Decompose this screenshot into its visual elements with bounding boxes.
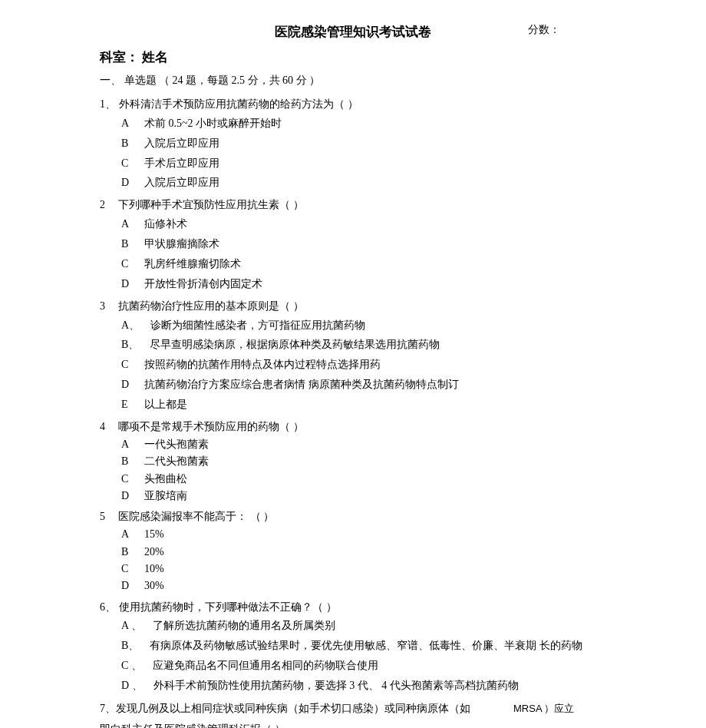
q1-opt-a-label: A xyxy=(121,114,134,134)
q5-opt-a-label: A xyxy=(121,526,134,543)
q3-opt-c: 按照药物的抗菌作用特点及体内过程特点选择用药 xyxy=(144,355,381,375)
q5-number: 5 xyxy=(100,508,115,526)
q3-opt-c-label: C xyxy=(121,355,134,375)
q4-opt-a-label: A xyxy=(121,436,134,453)
score-label: 分数： xyxy=(528,23,560,37)
q1-opt-c-label: C xyxy=(121,154,134,174)
q2-opt-b: 甲状腺瘤摘除术 xyxy=(144,234,219,254)
section-1-header: 一、 单选题 （ 24 题，每题 2.5 分，共 60 分 ） xyxy=(100,74,706,88)
q1-opt-c: 手术后立即应用 xyxy=(144,154,219,174)
q1-opt-d: 入院后立即应用 xyxy=(144,173,219,193)
q6-opt-d: 外科手术前预防性使用抗菌药物，要选择 3 代、 4 代头孢菌素等高档抗菌药物 xyxy=(153,676,519,696)
q7-number: 7、 xyxy=(100,703,116,714)
q3-opt-b: 尽早查明感染病原，根据病原体种类及药敏结果选用抗菌药物 xyxy=(150,335,440,355)
q5-opt-b-label: B xyxy=(121,544,134,561)
q1-opt-b-label: B xyxy=(121,134,134,154)
q2-number: 2 xyxy=(100,196,115,214)
question-7: 7、发现几例及以上相同症状或同种疾病（如手术切口感染）或同种病原体（如 MRSA… xyxy=(100,699,660,728)
question-2: 2 下列哪种手术宜预防性应用抗生素（ ） A疝修补术 B甲状腺瘤摘除术 C乳房纤… xyxy=(100,196,660,293)
q7-mrsa: MRSA ）应立 xyxy=(513,703,574,714)
q6-opt-c: 应避免商品名不同但通用名相同的药物联合使用 xyxy=(153,656,378,676)
q6-opt-c-label: C 、 xyxy=(121,656,142,676)
question-4: 4 哪项不是常规手术预防应用的药物（ ） A一代头孢菌素 B二代头孢菌素 C头孢… xyxy=(100,418,660,505)
q7-stem-line1a: 发现几例及以上相同症状或同种疾病（如手术切口感染）或同种病原体（如 xyxy=(116,703,470,714)
q5-opt-d: 30% xyxy=(144,577,164,594)
q3-number: 3 xyxy=(100,297,115,316)
page-title: 医院感染管理知识考试试卷 xyxy=(275,23,431,41)
question-5: 5 医院感染漏报率不能高于： （ ） A15% B20% C10% D30% xyxy=(100,508,660,594)
q6-opt-a: 了解所选抗菌药物的通用名及所属类别 xyxy=(153,616,335,636)
q3-opt-b-label: B、 xyxy=(121,335,139,355)
q3-stem: 抗菌药物治疗性应用的基本原则是（ ） xyxy=(118,297,304,316)
q6-stem: 使用抗菌药物时，下列哪种做法不正确？（ ） xyxy=(119,598,337,617)
q1-number: 1、 xyxy=(100,95,116,114)
q3-opt-d-label: D xyxy=(121,375,134,395)
q5-opt-c: 10% xyxy=(144,561,164,577)
q5-opt-a: 15% xyxy=(144,526,164,543)
q4-opt-d: 亚胺培南 xyxy=(144,488,187,505)
q5-opt-d-label: D xyxy=(121,577,134,594)
department-name-row: 科室： 姓名 xyxy=(100,48,706,66)
q3-opt-a-label: A、 xyxy=(121,316,140,336)
q1-opt-a: 术前 0.5~2 小时或麻醉开始时 xyxy=(144,114,282,134)
q2-opt-d-label: D xyxy=(121,274,134,294)
q4-opt-a: 一代头孢菌素 xyxy=(144,436,209,453)
q5-stem: 医院感染漏报率不能高于： （ ） xyxy=(118,508,274,526)
q3-opt-e-label: E xyxy=(121,395,134,415)
q2-opt-a: 疝修补术 xyxy=(144,214,187,234)
question-3: 3 抗菌药物治疗性应用的基本原则是（ ） A、诊断为细菌性感染者，方可指征应用抗… xyxy=(100,297,660,415)
q4-opt-d-label: D xyxy=(121,488,134,505)
q6-number: 6、 xyxy=(100,598,116,617)
q1-stem: 外科清洁手术预防应用抗菌药物的给药方法为（ ） xyxy=(119,95,358,114)
q1-opt-d-label: D xyxy=(121,173,134,193)
q2-opt-d: 开放性骨折清创内固定术 xyxy=(144,274,262,294)
q6-opt-b-label: B、 xyxy=(121,636,139,656)
question-6: 6、 使用抗菌药物时，下列哪种做法不正确？（ ） A 、了解所选抗菌药物的通用名… xyxy=(100,598,660,696)
q1-opt-b: 入院后立即应用 xyxy=(144,134,219,154)
q2-opt-c-label: C xyxy=(121,254,134,274)
q4-number: 4 xyxy=(100,418,115,436)
q4-opt-b: 二代头孢菌素 xyxy=(144,453,209,470)
q4-stem: 哪项不是常规手术预防应用的药物（ ） xyxy=(118,418,304,436)
q4-opt-c: 头孢曲松 xyxy=(144,471,187,488)
q6-opt-b: 有病原体及药物敏感试验结果时，要优先使用敏感、窄谱、低毒性、价廉、半衰期 长的药… xyxy=(150,636,582,656)
q3-opt-a: 诊断为细菌性感染者，方可指征应用抗菌药物 xyxy=(150,316,365,336)
q7-stem-line2: 即向科主任及医院感染管理科汇报（ ） xyxy=(100,720,660,728)
q2-opt-a-label: A xyxy=(121,214,134,234)
q3-opt-e: 以上都是 xyxy=(144,395,187,415)
q5-opt-b: 20% xyxy=(144,544,164,561)
q5-opt-c-label: C xyxy=(121,561,134,577)
q6-opt-d-label: D 、 xyxy=(121,676,143,696)
q4-opt-b-label: B xyxy=(121,453,134,470)
q2-opt-c: 乳房纤维腺瘤切除术 xyxy=(144,254,241,274)
q3-opt-d: 抗菌药物治疗方案应综合患者病情 病原菌种类及抗菌药物特点制订 xyxy=(144,375,459,395)
question-1: 1、 外科清洁手术预防应用抗菌药物的给药方法为（ ） A术前 0.5~2 小时或… xyxy=(100,95,660,193)
q2-opt-b-label: B xyxy=(121,234,134,254)
q2-stem: 下列哪种手术宜预防性应用抗生素（ ） xyxy=(118,196,304,214)
q6-opt-a-label: A 、 xyxy=(121,616,142,636)
q4-opt-c-label: C xyxy=(121,471,134,488)
